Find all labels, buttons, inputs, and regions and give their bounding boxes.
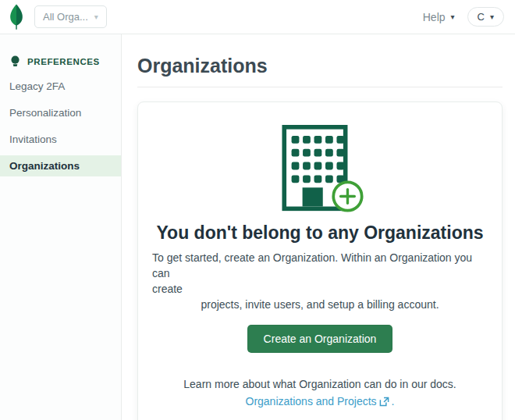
organization-building-icon: [276, 123, 364, 215]
sidebar-item-personalization[interactable]: Personalization: [0, 102, 121, 123]
intro-text-line-1: To get started, create an Organization. …: [149, 250, 491, 281]
org-switcher-label: All Orga...: [43, 11, 88, 23]
sidebar-item-invitations[interactable]: Invitations: [0, 129, 121, 150]
user-initial: C: [478, 11, 485, 23]
chevron-down-icon: ▾: [490, 13, 494, 21]
sidebar-section-title: PREFERENCES: [27, 57, 100, 66]
person-icon: [9, 55, 21, 68]
top-navigation-bar: All Orga... ▾ Help ▾ C ▾: [0, 0, 515, 34]
help-label: Help: [423, 11, 446, 23]
user-menu[interactable]: C ▾: [467, 7, 504, 27]
external-link-icon: [379, 397, 389, 407]
leaf-icon: [8, 4, 25, 30]
chevron-down-icon: ▾: [94, 13, 98, 21]
learn-more-text: Learn more about what Organization can d…: [149, 378, 491, 390]
organizations-and-projects-link[interactable]: Organizations and Projects .: [246, 395, 395, 408]
sidebar: PREFERENCES Legacy 2FA Personalization I…: [0, 34, 122, 420]
intro-text-line-2: create: [149, 281, 491, 297]
link-suffix: .: [392, 395, 395, 408]
empty-state-heading: You don't belong to any Organizations: [149, 222, 491, 244]
mongodb-leaf-logo[interactable]: [6, 3, 27, 31]
title-divider: [137, 87, 503, 87]
sidebar-item-legacy-2fa[interactable]: Legacy 2FA: [0, 76, 121, 97]
empty-state-card: You don't belong to any Organizations To…: [137, 101, 503, 420]
chevron-down-icon: ▾: [451, 13, 455, 21]
create-organization-button[interactable]: Create an Organization: [247, 325, 393, 353]
link-label: Organizations and Projects: [246, 395, 377, 408]
topbar-right: Help ▾ C ▾: [423, 7, 504, 27]
topbar-left: All Orga... ▾: [6, 3, 107, 31]
main-content: Organizations You don't belong to a: [122, 34, 515, 420]
sidebar-item-organizations[interactable]: Organizations: [0, 155, 121, 176]
docs-link-line: Organizations and Projects .: [149, 395, 491, 408]
sidebar-section-preferences: PREFERENCES: [0, 50, 121, 76]
page-title: Organizations: [137, 55, 503, 77]
intro-text-line-3: projects, invite users, and setup a bill…: [149, 297, 491, 312]
help-menu[interactable]: Help ▾: [423, 11, 455, 23]
plus-icon: [333, 182, 361, 210]
org-switcher-dropdown[interactable]: All Orga... ▾: [34, 5, 107, 28]
